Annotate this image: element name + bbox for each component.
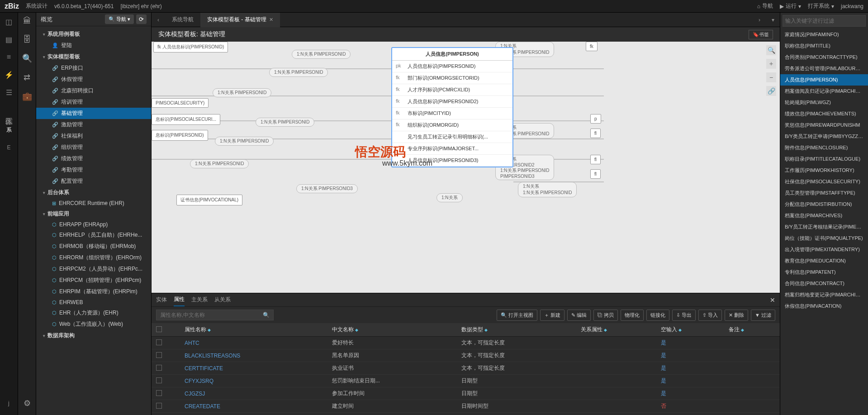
- table-row[interactable]: CERTTIFICATE执业证书文本，可指定长度是: [152, 362, 780, 375]
- nav-button[interactable]: 🔍导航▾: [105, 14, 134, 24]
- row-checkbox[interactable]: [156, 339, 162, 345]
- entity-list-item[interactable]: 绩效信息(PIMACHIEVEMENTS): [780, 108, 868, 119]
- search-icon[interactable]: 🔍: [766, 45, 776, 55]
- filter-input[interactable]: [783, 15, 866, 27]
- tab-main-rel[interactable]: 主关系: [191, 294, 208, 306]
- close-icon[interactable]: ✕: [770, 296, 775, 304]
- col-cn[interactable]: 中文名称◆: [327, 323, 457, 337]
- tree-section[interactable]: ▾前端应用: [36, 208, 151, 219]
- book-icon[interactable]: ▤: [4, 34, 14, 45]
- entity-list-item[interactable]: 出入境管理(PIMEXITANDENTRY): [780, 244, 868, 255]
- entity-field[interactable]: fk组织标识(ORMORGID): [392, 119, 512, 131]
- tab-entity-board[interactable]: 实体模型看板 - 基础管理✕: [200, 13, 280, 27]
- bolt-icon[interactable]: ⚡: [4, 69, 14, 80]
- tree-item[interactable]: 🔗绩效管理: [36, 153, 151, 164]
- filter-button[interactable]: ▼过滤: [751, 310, 775, 321]
- table-row[interactable]: CJGZSJ参加工作时间日期型是: [152, 387, 780, 400]
- entity-box[interactable]: 息标识(PIMSOCIALSECURI...: [152, 114, 220, 125]
- user-initial[interactable]: j: [4, 397, 14, 408]
- tree-item[interactable]: ⬡EHRAPP (EHRApp): [36, 219, 151, 229]
- bank-icon[interactable]: 🏛: [23, 16, 31, 26]
- entity-field[interactable]: pk人员信息标识(PIMPERSONID): [392, 61, 512, 72]
- dashboard-icon[interactable]: ◫: [4, 16, 14, 27]
- entity-list-item[interactable]: 休假信息(PIMVACATION): [780, 301, 868, 312]
- tabs-menu[interactable]: ▾: [766, 17, 780, 23]
- tree-item[interactable]: ⬡EHRMOB（移动端）(EHRMob): [36, 241, 151, 252]
- e-label[interactable]: E: [4, 142, 14, 153]
- entity-list-item[interactable]: B/Y类员工转正申请(PIMBYYGZZSQ: [780, 131, 868, 142]
- tab-system-nav[interactable]: 系统导航: [165, 13, 200, 27]
- entity-list-item[interactable]: B/Y员工转正考核结果记录(PIMEXAM: [780, 221, 868, 233]
- tabs-prev[interactable]: ‹: [152, 17, 165, 23]
- entity-list-item[interactable]: 奖惩信息(PIMREWARDPUNISHM: [780, 119, 868, 131]
- tree-item[interactable]: ⊞EHRCORE Runtime (EHR): [36, 198, 151, 208]
- tree-item[interactable]: ⬡EHRWEB: [36, 297, 151, 307]
- row-checkbox[interactable]: [156, 377, 162, 383]
- tree-item[interactable]: ⬡EHRPCM2（人员异动）(EHRPc...: [36, 263, 151, 275]
- entity-list-item[interactable]: 教育信息(PIMEDUCATION): [780, 255, 868, 267]
- attr-search-input[interactable]: [160, 312, 263, 318]
- entity-box[interactable]: 息标识(PIMPERSONID): [152, 130, 208, 141]
- tree-section[interactable]: ▾后台体系: [36, 187, 151, 198]
- col-name[interactable]: 属性名称◆: [180, 323, 327, 337]
- database-icon[interactable]: ≡: [4, 52, 14, 62]
- db-icon[interactable]: 🗄: [23, 35, 31, 44]
- tree-item[interactable]: 🔗基础管理: [36, 108, 151, 119]
- fk-header-box[interactable]: fk 人员信息标识(PIMPERSONID): [153, 42, 228, 52]
- entity-main-box[interactable]: 人员信息(PIMPERSON) pk人员信息标识(PIMPERSONID)fk部…: [391, 47, 513, 167]
- tabs-next[interactable]: ›: [753, 17, 766, 23]
- col-type[interactable]: 数据类型◆: [457, 323, 576, 337]
- entity-list-item[interactable]: 员工类型管理(PIMSTAFFTYPE): [780, 187, 868, 199]
- delete-button[interactable]: ✕删除: [725, 310, 748, 321]
- entity-box[interactable]: 证书信息(PIMVOCATIONAL): [176, 195, 242, 205]
- tree-item[interactable]: 🔗配置管理: [36, 176, 151, 187]
- entity-list-item[interactable]: 工作履历(PIMWORKHISTORY): [780, 165, 868, 176]
- tree-item[interactable]: 🔗社保福利: [36, 130, 151, 142]
- checkbox-all[interactable]: [156, 326, 162, 332]
- search-icon[interactable]: 🔍: [22, 53, 32, 63]
- open-system-menu[interactable]: 打开系统▾: [808, 2, 834, 10]
- row-checkbox[interactable]: [156, 352, 162, 358]
- tab-entity[interactable]: 实体: [156, 294, 167, 306]
- tab-attribute[interactable]: 属性: [174, 293, 185, 306]
- table-row[interactable]: AHTC爱好特长文本，可指定长度是: [152, 337, 780, 349]
- zoom-in-icon[interactable]: ＋: [766, 59, 776, 69]
- entity-field[interactable]: fk部门标识(ORMORGSECTORID): [392, 72, 512, 84]
- col-rel[interactable]: 关系属性◆: [576, 323, 656, 337]
- tree-item[interactable]: ⬡EHRORM（组织管理）(EHROrm): [36, 252, 151, 263]
- export-button[interactable]: ⇩导出: [672, 310, 696, 321]
- entity-list-item[interactable]: 分配信息(PIMDISTIRBUTION): [780, 199, 868, 210]
- row-checkbox[interactable]: [156, 403, 162, 409]
- physical-button[interactable]: 物理化: [621, 310, 644, 321]
- tree-item[interactable]: ⬡EHRPIM（基础管理）(EHRPim): [36, 286, 151, 297]
- entity-list-item[interactable]: 人员信息(PIMPERSON): [780, 74, 868, 86]
- entity-list-item[interactable]: 轮岗规则(PIMLWGZ): [780, 97, 868, 108]
- entity-list-item[interactable]: 档案归档地变更记录(PIMARCHIVES: [780, 289, 868, 301]
- tree-item[interactable]: 👤登陆: [36, 40, 151, 51]
- tree-item[interactable]: ⬡EHR（人力资源）(EHR): [36, 307, 151, 319]
- link-icon[interactable]: 🔗: [766, 86, 776, 96]
- col-note[interactable]: 备注◆: [724, 323, 780, 337]
- tree-item[interactable]: 🔗考勤管理: [36, 164, 151, 176]
- entity-field[interactable]: fk人员信息标识(PIMPERSONID2): [392, 96, 512, 108]
- fk-box[interactable]: fl: [590, 155, 601, 164]
- search-icon[interactable]: 🔍: [263, 312, 270, 318]
- entity-list-item[interactable]: 岗位（技能）证书(PIMQUALTYPE): [780, 233, 868, 244]
- fk-box[interactable]: fl: [590, 169, 601, 179]
- briefcase-icon[interactable]: 💼: [22, 91, 32, 101]
- table-row[interactable]: CREATEDATE建立时间日期时间型否: [152, 400, 780, 413]
- refresh-button[interactable]: ⟳: [136, 14, 147, 24]
- nav-menu[interactable]: ⌂导航: [757, 2, 773, 10]
- tree-item[interactable]: 🔗培训管理: [36, 96, 151, 108]
- bookmark-button[interactable]: 🔖书签: [749, 30, 773, 39]
- entity-field[interactable]: fk市标识(PIMCITYID): [392, 108, 512, 119]
- tree-item[interactable]: 🔗北森招聘接口: [36, 85, 151, 96]
- entity-list-item[interactable]: 附件信息(PIMENCLOSURE): [780, 142, 868, 153]
- list-icon[interactable]: ☰: [4, 87, 14, 98]
- tab-sub-rel[interactable]: 从关系: [214, 294, 231, 306]
- tree-item[interactable]: 🔗休假管理: [36, 74, 151, 85]
- open-main-button[interactable]: 🔍打开主视图: [497, 310, 537, 321]
- entity-list-item[interactable]: 档案借阅及归还记录(PIMARCHIVES: [780, 86, 868, 97]
- tree-item[interactable]: ⬡Web（工作流嵌入）(Web): [36, 319, 151, 330]
- link-button[interactable]: 链接化: [646, 310, 669, 321]
